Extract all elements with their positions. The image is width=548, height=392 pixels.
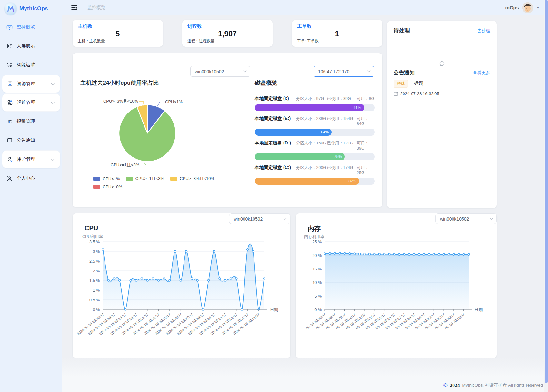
header-username: mOps [505,5,519,10]
task-list-icon [6,62,13,68]
sidebar-menu: 监控概览 大屏展示 智能运维 资源管理 运维管理 报警管理 公告通知 [0,16,62,188]
disk-row: 本地固定磁盘 (E:)分区大小：238G已使用：154G可用：84G 64% [255,116,375,136]
pie-host-select-value: win000k10502 [195,69,243,74]
cpu-host-select[interactable]: win000k10502 [229,213,290,224]
page-scrollbar [544,0,548,392]
sidebar-item-resource-mgmt[interactable]: 资源管理 [2,75,60,93]
disk-size: 分区大小：160G [296,141,327,146]
legend-item[interactable]: CPU>=1且<3% [126,176,164,181]
sidebar-item-smart-ops[interactable]: 智能运维 [0,55,62,74]
scrollbar-thumb[interactable] [545,0,548,383]
chevron-down-icon [243,70,247,73]
disk-used: 已使用：121G [327,141,357,146]
disk-percent: 91% [353,105,364,110]
cpu-usage-pie-chart: CPU>=3%且<10% CPU<1% CPU>=1且<3% [73,87,248,184]
stat-desc: 工单: 工单数 [297,38,319,44]
disk-name: 本地固定磁盘 (E:) [255,116,296,122]
sidebar-item-label: 大屏展示 [17,43,57,49]
disk-row: 本地固定磁盘 (C:)分区大小：200G已使用：174G可用：25G 87% [255,165,375,185]
empty-divider [393,60,491,67]
pie-callout-label: CPU>=1且<3% [111,162,140,167]
avatar[interactable] [522,2,533,13]
sidebar-item-label: 用户管理 [17,156,47,162]
sidebar-item-ops-mgmt[interactable]: 运维管理 [2,93,60,112]
pie-chart-title: 主机过去24小时cpu使用率占比 [80,79,159,87]
svg-text:2.5 %: 2.5 % [89,259,100,264]
todo-notice-panel: 待处理 去处理 公告通知 查看更多 特殊 标题 2024-07-28 16:32… [387,21,497,208]
stat-value: 1 [297,30,377,38]
footer: © 2024 MythicOps. 神话守护者 All rights reser… [62,358,548,392]
disk-name: 本地固定磁盘 (D:) [255,140,296,146]
copyright-text: MythicOps. 神话守护者 All rights reserved [462,382,543,388]
disk-size: 分区大小：238G [296,116,327,122]
notice-item-title: 标题 [414,81,423,86]
sidebar-item-alarm-mgmt[interactable]: 报警管理 [0,112,62,131]
memory-host-select-value: win000k10502 [440,216,490,221]
disk-used: 已使用：154G [327,116,357,122]
todo-action-link[interactable]: 去处理 [477,28,491,34]
sidebar-item-label: 运维管理 [17,100,47,105]
copyright: © 2024 MythicOps. 神话守护者 All rights reser… [443,382,543,388]
sidebar-item-profile[interactable]: 个人中心 [0,169,62,188]
svg-text:15 %: 15 % [313,267,322,271]
notice-list-item[interactable]: 特殊 标题 2024-07-28 16:32:05 [394,80,490,96]
memory-host-select[interactable]: win000k10502 [435,213,497,224]
chevron-down-icon [490,218,493,220]
svg-text:0 %: 0 % [93,308,100,312]
legend-label: CPU>10% [103,184,122,189]
stat-desc: 主机：主机数量 [78,38,105,44]
notice-action-link[interactable]: 查看更多 [473,70,490,76]
monitor-icon [6,24,13,31]
legend-item[interactable]: CPU<1% [93,176,120,181]
brand-header[interactable]: MythicOps [0,0,62,16]
todo-title: 待处理 [394,27,410,34]
pie-legend: CPU<1% CPU>=1且<3% CPU>=3%且<10% CPU>10% [93,176,219,189]
legend-label: CPU>=3%且<10% [180,176,214,181]
user-menu-caret-icon[interactable]: ▼ [536,6,540,9]
svg-text:CPU利用率: CPU利用率 [82,234,103,239]
disk-progress-track: 75% [255,153,375,160]
legend-item[interactable]: CPU>10% [93,184,219,189]
memory-line-chart: 0 %5 %10 %15 %20 %25 %08-18 20:38:5708-1… [299,232,494,355]
sidebar-item-label: 智能运维 [17,62,57,68]
sidebar-item-monitor-overview[interactable]: 监控概览 [0,18,62,37]
svg-text:5 %: 5 % [314,294,322,299]
disk-percent: 87% [349,179,359,183]
notice-divider [394,95,490,95]
stat-card-hosts: 主机数 5 主机：主机数量 [73,20,163,47]
disk-progress-track: 87% [255,178,375,185]
svg-text:3 %: 3 % [93,250,100,254]
disk-free: 可用：84G [357,116,375,126]
stat-value: 1,907 [187,30,267,38]
sidebar-item-label: 监控概览 [17,24,57,30]
cpu-line-chart: 0 %0.5 %1 %1.5 %2 %2.5 %3 %3.5 %2024-08-… [75,232,288,355]
sidebar-item-label: 个人中心 [17,175,57,181]
sidebar-fold-icon[interactable] [71,4,78,11]
legend-swatch [93,185,100,189]
disk-progress-fill: 64% [255,129,332,136]
notice-tag: 特殊 [394,80,408,88]
svg-text:1 %: 1 % [93,288,100,293]
stat-value: 5 [78,30,158,38]
chevron-down-icon [283,218,287,220]
sidebar-item-user-mgmt[interactable]: 用户管理 [2,150,60,168]
legend-item[interactable]: CPU>=3%且<10% [170,176,214,181]
disk-used: 已使用：89G [327,96,357,102]
svg-text:0.5 %: 0.5 % [89,298,100,302]
sidebar-item-announcements[interactable]: 公告通知 [0,131,62,150]
disk-free: 可用：39G [357,141,375,151]
disk-progress-track: 91% [255,104,375,111]
sidebar-item-big-screen[interactable]: 大屏展示 [0,37,62,55]
brand-logo-icon [5,3,17,15]
stat-title: 进程数 [187,23,267,29]
disk-free: 可用：25G [357,165,375,175]
notice-title: 公告通知 [394,69,415,76]
disk-progress-fill: 91% [255,104,364,111]
sidebar: MythicOps 监控概览 大屏展示 智能运维 资源管理 运维管理 报警管理 [0,0,62,392]
disk-name: 本地固定磁盘 (C:) [255,165,296,171]
disk-ip-select[interactable]: 106.47.172.170 [314,66,374,77]
notebook-icon [7,81,13,87]
pie-host-select[interactable]: win000k10502 [190,66,250,77]
svg-text:0 %: 0 % [314,308,322,312]
svg-text:1.5 %: 1.5 % [89,279,100,283]
